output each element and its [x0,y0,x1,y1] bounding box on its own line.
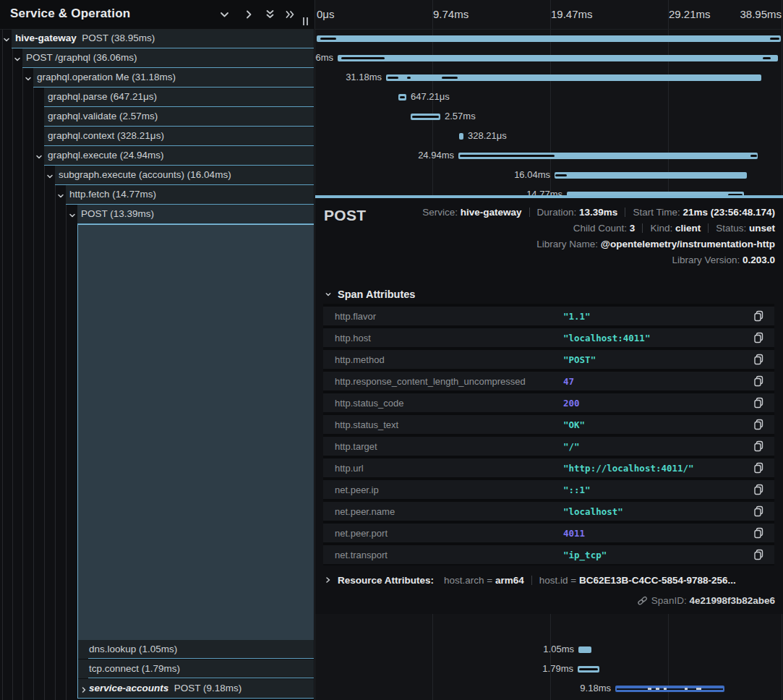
span-bar-graphql-operation[interactable] [386,74,761,81]
attribute-row: http.method"POST" [323,350,774,369]
attribute-row: net.peer.ip"::1" [323,480,774,499]
chevron-down-icon[interactable] [46,171,54,182]
chevron-down-icon[interactable] [69,210,76,221]
copy-icon[interactable] [753,310,764,325]
tree-row-graphql-context[interactable]: graphql.context (328.21μs) [44,127,314,146]
operation-label: subgraph.execute (accounts) (16.04ms) [59,169,231,180]
operation-label: dns.lookup (1.05ms) [89,644,177,654]
tree-row-graphql-execute[interactable]: graphql.execute (24.94ms) [44,146,314,166]
chevron-down-icon[interactable] [25,74,32,85]
attribute-row: net.transport"ip_tcp" [323,545,774,564]
start-time-value: 21ms (23:56:48.174) [683,207,775,218]
attribute-row: net.peer.port4011 [323,524,774,542]
chevron-right-icon[interactable] [80,685,87,696]
attribute-row: http.status_code200 [323,393,774,412]
tree-row-post-graphql[interactable]: POST /graphql (36.06ms) [22,48,314,68]
operation-label: graphql.context (328.21μs) [48,130,164,141]
tree-row-graphql-operation-me[interactable]: graphql.operation Me (31.18ms) [33,68,314,88]
span-bar-post-graphql[interactable] [338,55,778,61]
span-bar-tcp-connect[interactable] [578,666,599,673]
indent-guide [22,29,23,700]
column-resizer-handle[interactable] [303,17,310,26]
bar-duration-label: 647.21μs [411,91,450,102]
link-icon [637,596,648,605]
operation-label: graphql.validate (2.57ms) [48,111,158,121]
tree-row-tcp-connect[interactable]: tcp.connect (1.79ms) [78,660,314,678]
tree-row-http-fetch[interactable]: http.fetch (14.77ms) [66,185,314,205]
operation-label: graphql.operation Me (31.18ms) [37,72,176,82]
chevron-down-icon[interactable] [35,152,43,163]
tree-row-graphql-validate[interactable]: graphql.validate (2.57ms) [44,107,314,127]
service-value: hive-gateway [461,207,522,218]
copy-icon[interactable] [753,462,764,477]
span-detail-left-panel [77,224,314,641]
attribute-row: http.target"/" [323,437,774,456]
copy-icon[interactable] [753,527,764,542]
chevron-down-icon[interactable] [3,35,10,46]
span-bar-graphql-execute[interactable] [458,153,758,159]
attribute-key: http.response_content_length_uncompresse… [335,376,526,387]
collapse-one-icon[interactable] [219,9,231,20]
status-value: unset [749,223,775,234]
kind-value: client [675,223,701,234]
attribute-value: "/" [563,441,580,452]
span-bar-graphql-context[interactable] [459,133,463,140]
axis-tick: 38.95ms [740,8,782,20]
axis-tick: 29.21ms [669,8,711,20]
tree-row-graphql-parse[interactable]: graphql.parse (647.21μs) [44,88,314,107]
chevron-down-icon[interactable] [14,54,21,65]
span-detail-title: POST [324,207,366,224]
bar-duration-label: 16.04ms [514,169,550,180]
indent-guide [2,29,3,700]
collapse-all-icon[interactable] [265,9,276,20]
timeline-axis: 0μs 9.74ms 19.47ms 29.21ms 38.95ms [315,0,783,30]
tree-row-service-accounts-post[interactable]: service-accounts POST (9.18ms) [78,679,314,699]
span-bar-graphql-validate[interactable] [411,114,440,120]
expand-all-icon[interactable] [285,9,296,20]
span-bar-dns-lookup[interactable] [578,646,591,653]
copy-icon[interactable] [753,419,764,433]
span-bar-service-accounts-post[interactable] [615,686,724,692]
span-attributes-section-header[interactable]: Span Attributes [325,289,415,300]
operation-label: POST /graphql (36.06ms) [26,52,137,63]
copy-icon[interactable] [753,440,764,455]
attribute-value: "POST" [563,354,596,365]
tree-row-subgraph-execute[interactable]: subgraph.execute (accounts) (16.04ms) [55,166,314,185]
expand-one-icon[interactable] [244,9,255,20]
attribute-row: http.host"localhost:4011" [323,328,774,347]
span-detail-panel: POST Service: hive-gatewayDuration: 13.3… [315,195,783,614]
child-count-value: 3 [630,223,636,234]
chevron-right-icon [325,576,332,584]
selected-subtree-line [77,224,78,699]
span-bar-graphql-parse[interactable] [398,94,406,101]
bar-duration-label: 31.18ms [346,72,382,82]
copy-icon[interactable] [753,549,764,563]
attribute-key: http.status_code [335,398,403,409]
operation-label: POST (13.39ms) [81,208,154,219]
bar-duration-label: 1.05ms [543,644,574,654]
operation-label: POST (38.95ms) [82,33,155,43]
tree-row-dns-lookup[interactable]: dns.lookup (1.05ms) [78,640,314,659]
attribute-value: "localhost" [563,506,623,517]
attribute-row: http.flavor"1.1" [323,307,774,325]
chevron-down-icon[interactable] [57,191,64,202]
attribute-key: http.method [335,354,385,365]
service-operation-title: Service & Operation [10,7,130,21]
attribute-row: http.response_content_length_uncompresse… [323,372,774,390]
copy-icon[interactable] [753,354,764,368]
resource-attributes-row[interactable]: Resource Attributes:host.arch = arm64hos… [325,575,736,586]
timeline-panel: 0μs 9.74ms 19.47ms 29.21ms 38.95ms 36.06… [315,0,783,700]
copy-icon[interactable] [753,505,764,520]
bar-duration-label: 9.18ms [580,683,611,693]
copy-icon[interactable] [753,397,764,411]
attribute-key: net.transport [335,550,388,560]
span-bar-subgraph-execute[interactable] [555,172,747,179]
tree-row-post-selected[interactable]: POST (13.39ms) [77,205,314,224]
copy-icon[interactable] [753,375,764,390]
tree-row-hive-gateway-post[interactable]: hive-gateway POST (38.95ms) [12,29,314,48]
span-bar-hive-gateway-post[interactable] [317,35,781,42]
copy-icon[interactable] [753,332,764,346]
attribute-value: "OK" [563,419,585,430]
copy-icon[interactable] [753,484,764,498]
indent-guide [33,29,34,700]
